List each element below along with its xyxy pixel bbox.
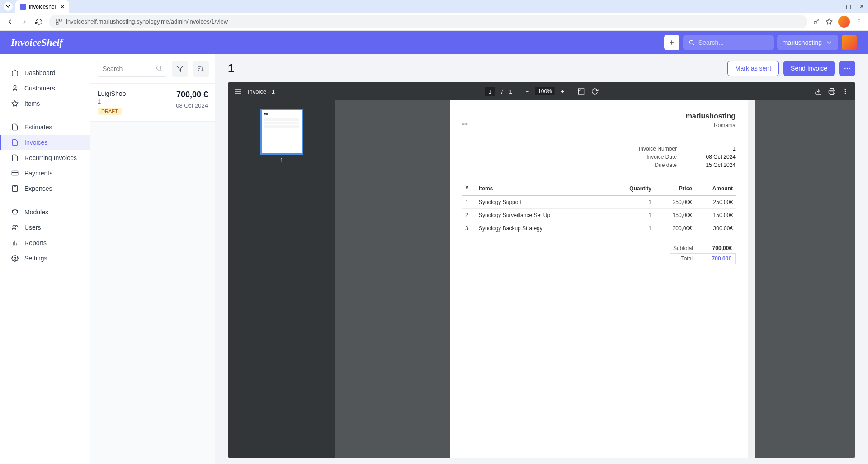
file-icon (11, 139, 19, 146)
search-input[interactable] (698, 39, 768, 46)
zoom-out-icon[interactable]: − (525, 88, 529, 95)
chevron-down-icon (826, 39, 833, 46)
meta-value: 15 Oct 2024 (699, 162, 736, 168)
sidebar-item-invoices[interactable]: Invoices (0, 135, 90, 150)
rotate-icon[interactable] (591, 88, 598, 95)
tab-dropdown-button[interactable] (4, 2, 13, 11)
total-label: Total (681, 256, 693, 262)
sidebar-item-expenses[interactable]: Expenses (0, 181, 90, 196)
tab-close-icon[interactable]: ✕ (60, 4, 65, 10)
file-icon (11, 154, 19, 161)
user-avatar[interactable] (842, 35, 857, 50)
sidebar-item-estimates[interactable]: Estimates (0, 119, 90, 135)
window-close-icon[interactable]: ✕ (859, 3, 864, 10)
cell-amount: 250,00€ (695, 196, 736, 209)
site-settings-icon[interactable] (55, 18, 62, 25)
invoice-amount: 700,00 € (176, 90, 208, 99)
svg-marker-26 (177, 66, 183, 71)
sidebar-item-items[interactable]: Items (0, 96, 90, 111)
cell-qty: 1 (618, 196, 654, 209)
sidebar-item-settings[interactable]: Settings (0, 251, 90, 266)
zoom-in-icon[interactable]: + (561, 88, 565, 95)
add-button[interactable] (664, 35, 679, 50)
total-value: 700,00€ (700, 256, 731, 262)
sidebar-item-recurring[interactable]: Recurring Invoices (0, 150, 90, 166)
plus-icon (668, 39, 675, 46)
invoice-list-item[interactable]: LuigiShop 1 DRAFT 700,00 € 08 Oct 2024 (90, 84, 215, 122)
sidebar-item-dashboard[interactable]: Dashboard (0, 65, 90, 80)
page-separator: / (501, 88, 503, 95)
sidebar-item-reports[interactable]: Reports (0, 235, 90, 251)
svg-point-30 (844, 68, 846, 69)
svg-rect-1 (59, 19, 61, 21)
mark-as-sent-button[interactable]: Mark as sent (727, 61, 779, 76)
puzzle-icon (11, 208, 19, 216)
svg-point-41 (845, 93, 846, 94)
user-menu[interactable]: mariushosting (777, 35, 838, 50)
table-row: 1Synology Support1250,00€250,00€ (462, 196, 736, 209)
subtotal-label: Subtotal (673, 245, 693, 251)
sidebar-item-label: Estimates (24, 123, 52, 131)
pdf-menu-icon[interactable] (842, 88, 849, 95)
user-icon (11, 85, 19, 92)
svg-rect-38 (830, 92, 834, 94)
page-title: 1 (228, 62, 234, 76)
col-idx: # (462, 182, 476, 196)
invoice-logo: MH (462, 112, 470, 132)
sidebar-item-customers[interactable]: Customers (0, 80, 90, 96)
star-icon (11, 100, 19, 107)
window-maximize-icon[interactable]: ▢ (846, 3, 851, 10)
profile-avatar[interactable] (838, 16, 850, 28)
cell-name: Synology Surveillance Set Up (476, 209, 618, 222)
back-icon[interactable] (5, 17, 14, 26)
window-minimize-icon[interactable]: — (832, 3, 838, 10)
main-layout: Dashboard Customers Items Estimates Invo… (0, 54, 868, 464)
print-icon[interactable] (828, 88, 835, 95)
sort-button[interactable] (193, 61, 209, 77)
chrome-menu-icon[interactable] (855, 18, 863, 25)
zoom-level[interactable]: 100% (535, 87, 555, 95)
sidebar-toggle-icon[interactable] (234, 88, 241, 95)
meta-value: 08 Oct 2024 (699, 154, 736, 160)
company-name: mariushosting (686, 112, 736, 120)
filter-button[interactable] (172, 61, 188, 77)
download-icon[interactable] (815, 88, 822, 95)
page-gutter (435, 100, 450, 458)
fit-page-icon[interactable] (577, 88, 585, 95)
customer-name: LuigiShop (98, 90, 126, 97)
address-bar[interactable]: invoiceshelf.mariushosting.synology.me/a… (49, 15, 807, 28)
app-logo[interactable]: InvoiceShelf (11, 37, 63, 48)
pdf-page-container[interactable]: MH mariushosting Romania Invoice Number1… (335, 100, 855, 458)
sidebar-item-label: Expenses (24, 185, 52, 192)
page-number-input[interactable] (485, 87, 495, 96)
reload-icon[interactable] (34, 17, 43, 26)
tab-title: invoiceshel (29, 4, 56, 10)
svg-point-6 (859, 21, 860, 22)
cell-amount: 300,00€ (695, 222, 736, 235)
sidebar-item-payments[interactable]: Payments (0, 166, 90, 181)
more-actions-button[interactable] (839, 61, 855, 76)
send-invoice-button[interactable]: Send Invoice (783, 61, 835, 76)
page-total: 1 (509, 88, 512, 95)
table-row: 3Synology Backup Strategy1300,00€300,00€ (462, 222, 736, 235)
bookmark-star-icon[interactable] (826, 18, 833, 25)
pdf-viewer: Invoice - 1 / 1 − 100% + (228, 82, 855, 458)
col-price: Price (654, 182, 695, 196)
sidebar-item-users[interactable]: Users (0, 220, 90, 235)
subtotal-value: 700,00€ (700, 245, 732, 251)
browser-tab[interactable]: invoiceshel ✕ (15, 0, 69, 13)
card-icon (11, 170, 19, 177)
cell-qty: 1 (618, 209, 654, 222)
scrollbar[interactable] (748, 100, 755, 458)
sidebar-item-modules[interactable]: Modules (0, 204, 90, 220)
pdf-thumbnail[interactable]: MH (260, 109, 303, 155)
status-badge: DRAFT (98, 108, 122, 115)
divider (571, 87, 571, 95)
global-search[interactable] (683, 35, 774, 50)
divider (519, 87, 519, 95)
forward-icon[interactable] (20, 17, 29, 26)
key-icon[interactable] (813, 18, 820, 25)
pdf-toolbar: Invoice - 1 / 1 − 100% + (228, 82, 855, 100)
invoice-number: 1 (98, 98, 126, 105)
sidebar-item-label: Items (24, 100, 40, 107)
